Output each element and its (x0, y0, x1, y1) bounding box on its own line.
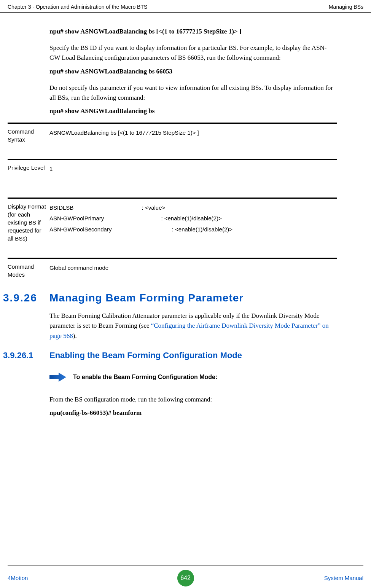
arrow-right-icon (49, 372, 66, 382)
header-left: Chapter 3 - Operation and Administration… (8, 4, 147, 10)
display-format-value: BSIDLSB : <value> ASN-GWPoolPrimary : <e… (49, 202, 232, 242)
section-number: 3.9.26 (3, 292, 49, 304)
rule (8, 258, 337, 259)
command-line-3: npu# show ASNGWLoadBalancing bs (49, 107, 337, 115)
subsection-title: Enabling the Beam Forming Configuration … (49, 351, 242, 360)
command-modes-label: Command Modes (8, 263, 49, 279)
section-paragraph: The Beam Forming Calibration Attenuator … (49, 311, 337, 341)
page-content: npu# show ASNGWLoadBalancing bs [<(1 to … (0, 28, 371, 417)
svg-marker-0 (49, 373, 66, 382)
callout-text: To enable the Beam Forming Configuration… (73, 374, 217, 381)
subsection-number: 3.9.26.1 (3, 351, 49, 360)
header-right: Managing BSs (329, 4, 363, 10)
page-number-badge: 642 (177, 570, 194, 586)
section-heading: 3.9.26 Managing Beam Forming Parameter (3, 292, 290, 304)
footer-left: 4Motion (8, 575, 28, 581)
rule (8, 198, 337, 199)
page-footer: 4Motion 642 System Manual (0, 575, 371, 581)
privilege-level-label: Privilege Level (8, 164, 49, 175)
command-syntax-block: Command Syntax ASNGWLoadBalancing bs [<(… (8, 127, 337, 143)
tail-paragraph: From the BS configuration mode, run the … (49, 395, 337, 405)
paragraph-2: Do not specify this parameter if you wan… (49, 83, 337, 103)
display-line-3: ASN-GWPoolSecondary : <enable(1)/disable… (49, 224, 232, 235)
command-line-2: npu# show ASNGWLoadBalancing bs 66053 (49, 68, 337, 75)
command-modes-value: Global command mode (49, 263, 108, 279)
display-line-2: ASN-GWPoolPrimary : <enable(1)/disable(2… (49, 213, 232, 224)
rule (8, 159, 337, 160)
tail-command: npu(config-bs-66053)# beamform (49, 409, 337, 417)
rule (8, 123, 337, 124)
command-line-1: npu# show ASNGWLoadBalancing bs [<(1 to … (49, 28, 337, 35)
display-format-label: Display Format (for each existing BS if … (8, 202, 49, 242)
paragraph-1: Specify the BS ID if you want to display… (49, 43, 337, 63)
display-line-1: BSIDLSB : <value> (49, 202, 232, 214)
command-syntax-label: Command Syntax (8, 127, 49, 143)
privilege-level-block: Privilege Level 1 (8, 164, 337, 175)
section-title: Managing Beam Forming Parameter (49, 292, 244, 304)
callout-block: To enable the Beam Forming Configuration… (49, 372, 337, 382)
subsection-heading: 3.9.26.1 Enabling the Beam Forming Confi… (3, 351, 290, 360)
command-syntax-value: ASNGWLoadBalancing bs [<(1 to 16777215 S… (49, 127, 199, 143)
privilege-level-value: 1 (49, 164, 53, 175)
display-format-block: Display Format (for each existing BS if … (8, 202, 337, 242)
footer-right: System Manual (324, 575, 363, 581)
page-header: Chapter 3 - Operation and Administration… (0, 0, 371, 13)
command-modes-block: Command Modes Global command mode (8, 263, 337, 279)
footer-rule (8, 566, 363, 566)
section-paragraph-after: ). (73, 332, 77, 339)
